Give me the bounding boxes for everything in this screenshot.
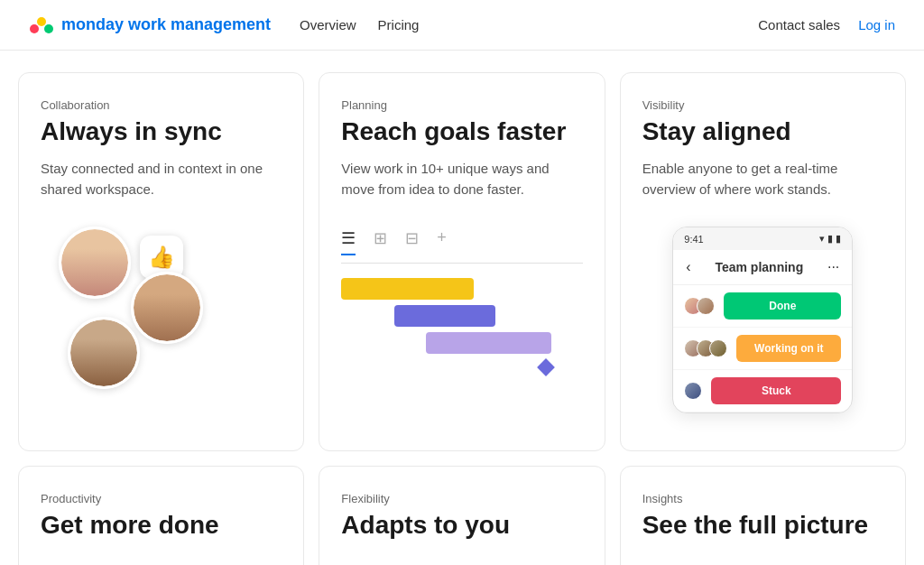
feature-cards-grid: Collaboration Always in sync Stay connec… xyxy=(18,72,906,451)
gantt-view-tabs: ☰ ⊞ ⊟ + xyxy=(341,228,582,264)
flexibility-title: Adapts to you xyxy=(341,511,582,540)
collaboration-card: Collaboration Always in sync Stay connec… xyxy=(18,72,304,451)
phone-avatars-working xyxy=(684,339,727,357)
gantt-tab-grid[interactable]: ⊟ xyxy=(405,228,419,255)
phone-avatar-sm-5 xyxy=(709,339,727,357)
gantt-visual: ☰ ⊞ ⊟ + xyxy=(341,218,582,392)
navbar: monday work management Overview Pricing … xyxy=(0,0,924,51)
nav-left: monday work management Overview Pricing xyxy=(29,13,419,38)
gantt-tab-timeline[interactable]: ⊞ xyxy=(374,228,387,255)
face-woman2 xyxy=(134,274,200,341)
collaboration-label: Collaboration xyxy=(41,98,282,112)
phone-row-done: Done xyxy=(673,285,852,328)
visibility-label: Visibility xyxy=(642,98,883,112)
flexibility-label: Flexibility xyxy=(341,492,582,505)
logo-monday: monday xyxy=(61,15,124,33)
phone-avatars-stuck xyxy=(684,382,702,400)
gantt-tab-list[interactable]: ☰ xyxy=(341,228,356,255)
phone-icons: ▾ ▮ ▮ xyxy=(819,233,841,245)
avatar-3 xyxy=(68,317,140,389)
productivity-card: Productivity Get more done xyxy=(18,466,304,565)
phone-time: 9:41 xyxy=(684,234,703,245)
collaboration-visual: 👍 xyxy=(41,218,282,398)
collaboration-desc: Stay connected and in context in one sha… xyxy=(41,159,282,199)
visibility-desc: Enable anyone to get a real-time overvie… xyxy=(642,159,883,199)
phone-row-working: Working on it xyxy=(673,328,852,370)
avatar-1 xyxy=(59,227,131,299)
phone-status-bar: 9:41 ▾ ▮ ▮ xyxy=(673,227,852,250)
nav-pricing-link[interactable]: Pricing xyxy=(378,17,420,32)
gantt-milestone-diamond xyxy=(537,358,555,376)
phone-menu-icon[interactable]: ··· xyxy=(827,259,839,275)
gantt-bar-3 xyxy=(341,332,582,354)
visibility-title: Stay aligned xyxy=(642,117,883,146)
gantt-bar-purple xyxy=(426,332,551,354)
monday-logo-icon xyxy=(29,13,54,38)
nav-links: Overview Pricing xyxy=(300,17,419,32)
phone-row-stuck: Stuck xyxy=(673,370,852,412)
logo-text: monday work management xyxy=(61,15,271,34)
bottom-cards-grid: Productivity Get more done Flexibility A… xyxy=(18,466,906,565)
main-content: Collaboration Always in sync Stay connec… xyxy=(0,51,924,565)
phone-header: ‹ Team planning ··· xyxy=(673,250,852,285)
avatar-2 xyxy=(131,272,203,344)
mobile-visual: 9:41 ▾ ▮ ▮ ‹ Team planning ··· Done xyxy=(642,218,883,413)
collaboration-title: Always in sync xyxy=(41,117,282,146)
nav-right: Contact sales Log in xyxy=(758,17,895,32)
flexibility-card: Flexibility Adapts to you xyxy=(319,466,605,565)
gantt-tab-add[interactable]: + xyxy=(437,228,447,255)
insights-title: See the full picture xyxy=(642,511,883,540)
phone-frame: 9:41 ▾ ▮ ▮ ‹ Team planning ··· Done xyxy=(672,227,853,413)
svg-point-2 xyxy=(44,24,53,33)
contact-sales-link[interactable]: Contact sales xyxy=(758,17,840,32)
logo: monday work management xyxy=(29,13,271,38)
phone-avatar-sm-2 xyxy=(697,297,715,315)
face-woman1 xyxy=(61,229,128,296)
planning-card: Planning Reach goals faster View work in… xyxy=(319,72,605,451)
insights-card: Insights See the full picture xyxy=(620,466,906,565)
face-man1 xyxy=(70,320,137,386)
login-link[interactable]: Log in xyxy=(858,17,895,32)
gantt-bar-blue xyxy=(394,305,495,327)
productivity-title: Get more done xyxy=(41,511,282,540)
svg-point-1 xyxy=(37,17,46,26)
status-working-pill: Working on it xyxy=(736,335,841,362)
gantt-bar-yellow xyxy=(341,278,474,300)
planning-label: Planning xyxy=(341,98,582,112)
gantt-bar-1 xyxy=(341,278,582,300)
logo-subtitle: work management xyxy=(124,15,271,33)
planning-title: Reach goals faster xyxy=(341,117,582,146)
gantt-bar-2 xyxy=(341,305,582,327)
visibility-card: Visibility Stay aligned Enable anyone to… xyxy=(620,72,906,451)
svg-point-0 xyxy=(30,24,39,33)
phone-avatars-done xyxy=(684,297,715,315)
phone-avatar-sm-6 xyxy=(684,382,702,400)
status-done-pill: Done xyxy=(724,292,841,320)
insights-label: Insights xyxy=(642,492,883,505)
productivity-label: Productivity xyxy=(41,492,282,505)
phone-board-title: Team planning xyxy=(715,260,803,274)
status-stuck-pill: Stuck xyxy=(711,377,841,404)
nav-overview-link[interactable]: Overview xyxy=(300,17,356,32)
phone-back-icon[interactable]: ‹ xyxy=(686,259,690,275)
planning-desc: View work in 10+ unique ways and move fr… xyxy=(341,159,582,199)
